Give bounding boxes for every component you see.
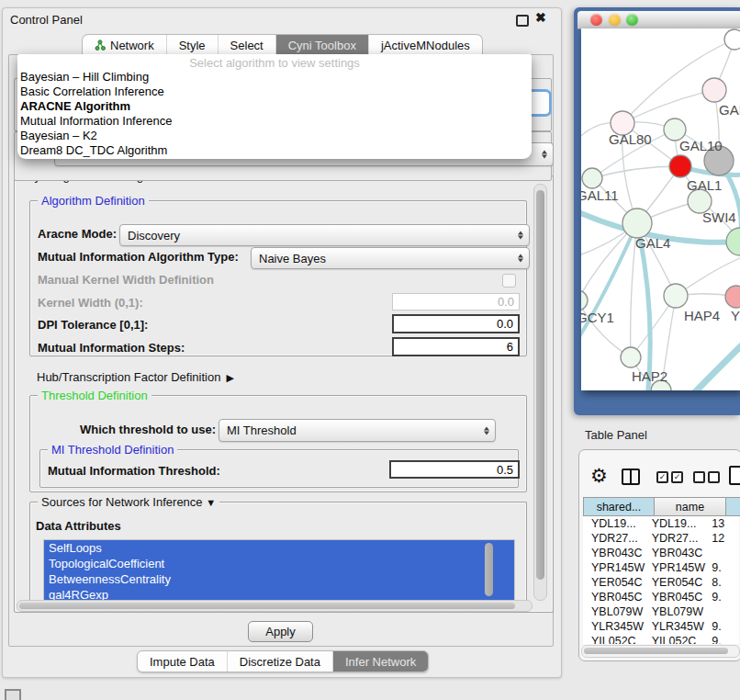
- tab-impute-data[interactable]: Impute Data: [138, 651, 227, 672]
- close-icon[interactable]: ✖: [535, 10, 546, 25]
- bottom-left-partial-icon[interactable]: [5, 689, 21, 700]
- network-node[interactable]: [724, 29, 740, 50]
- scrollbar-thumb[interactable]: [485, 543, 493, 596]
- attributes-list-scrollbar[interactable]: [484, 541, 495, 602]
- document-icon[interactable]: [729, 466, 740, 485]
- aracne-mode-combobox[interactable]: Discovery: [119, 224, 530, 246]
- dpi-tolerance-field[interactable]: [392, 314, 520, 333]
- manual-kernel-checkbox[interactable]: [502, 274, 516, 288]
- hub-definition-label: Hub/Transcription Factor Definition: [37, 370, 220, 384]
- tab-label: jActiveMNodules: [381, 39, 470, 52]
- data-attributes-label: Data Attributes: [36, 519, 121, 534]
- algorithm-popup-item[interactable]: Dream8 DC_TDC Algorithm: [17, 143, 532, 158]
- deselect-all-checkbox-icon[interactable]: [708, 471, 720, 483]
- which-threshold-combobox[interactable]: MI Threshold: [219, 419, 496, 442]
- table-cell: YPR145W: [645, 560, 707, 575]
- table-cell: YDL19...: [583, 516, 645, 531]
- tab-network[interactable]: Network: [83, 35, 166, 55]
- gear-icon[interactable]: ⚙: [590, 466, 608, 486]
- network-node-gal7[interactable]: [702, 78, 726, 102]
- apply-button-label: Apply: [265, 625, 296, 638]
- network-canvas[interactable]: GAL7GAL80GAL10GAL1GAL11SWI4GAL4GCY1HAP4Y…: [581, 28, 740, 390]
- table-cell: [707, 604, 739, 619]
- network-node-hap4[interactable]: [664, 284, 688, 308]
- sources-group-title[interactable]: Sources for Network Inference ▼: [38, 495, 219, 510]
- float-window-icon[interactable]: [516, 15, 529, 27]
- tab-cyni-toolbox[interactable]: Cyni Toolbox: [275, 35, 368, 55]
- algorithm-popup-item[interactable]: Bayesian – Hill Climbing: [17, 70, 532, 85]
- table-row[interactable]: YLR345WYLR345W9.: [583, 619, 739, 634]
- data-attribute-item[interactable]: BetweennessCentrality: [44, 571, 514, 587]
- collapse-down-icon: ▼: [206, 497, 216, 508]
- network-node-label: GAL7: [719, 102, 740, 118]
- column-header-name[interactable]: name: [655, 497, 726, 516]
- settings-horizontal-scrollbar[interactable]: [17, 600, 533, 612]
- table-horizontal-scrollbar[interactable]: [581, 645, 740, 658]
- zoom-traffic-light[interactable]: [626, 14, 638, 26]
- select-all-checkbox-icon[interactable]: ✓: [656, 471, 668, 483]
- algorithm-definition-group: Algorithm Definition Aracne Mode: Discov…: [29, 200, 527, 356]
- algorithm-popup-item[interactable]: Mutual Information Inference: [17, 114, 532, 129]
- tab-style[interactable]: Style: [166, 35, 218, 55]
- algorithm-definition-title: Algorithm Definition: [38, 194, 149, 208]
- screen: Control Panel ✖ Network Style Select: [0, 0, 740, 700]
- kernel-width-label: Kernel Width (0,1):: [38, 296, 143, 310]
- scrollbar-thumb[interactable]: [19, 603, 515, 609]
- table-row[interactable]: YBR043CYBR043C: [583, 546, 739, 560]
- split-columns-icon[interactable]: [622, 469, 640, 485]
- network-node[interactable]: [726, 228, 740, 255]
- hub-definition-expander[interactable]: Hub/Transcription Factor Definition▶: [37, 370, 234, 384]
- table-row[interactable]: YDR27...YDR27...12: [583, 531, 739, 546]
- tab-select[interactable]: Select: [218, 35, 275, 55]
- network-node-gal11[interactable]: [582, 168, 602, 188]
- tab-jactivemnodules[interactable]: jActiveMNodules: [368, 35, 482, 55]
- network-node-hap2[interactable]: [621, 347, 641, 367]
- table-cell: YBR043C: [583, 546, 645, 560]
- network-node-gcy1[interactable]: [581, 290, 588, 310]
- table-row[interactable]: YER054CYER054C8.: [583, 575, 739, 590]
- table-cell: 13: [707, 516, 739, 531]
- mi-threshold-label: Mutual Information Threshold:: [48, 464, 220, 479]
- network-node-y[interactable]: [725, 286, 740, 308]
- table-row[interactable]: YBR045CYBR045C9.: [583, 590, 739, 604]
- tab-infer-network[interactable]: Infer Network: [332, 651, 428, 672]
- algorithm-popup-list: Bayesian – Hill ClimbingBasic Correlatio…: [17, 70, 532, 158]
- close-traffic-light[interactable]: [590, 14, 602, 26]
- mi-threshold-field[interactable]: [389, 460, 520, 479]
- kernel-width-field[interactable]: [392, 293, 520, 310]
- table-cell: YIL052C: [645, 634, 707, 644]
- data-attribute-item[interactable]: SelfLoops: [44, 540, 514, 556]
- apply-button[interactable]: Apply: [248, 621, 313, 642]
- tab-label: Discretize Data: [240, 655, 320, 669]
- table-row[interactable]: YPR145WYPR145W9.: [583, 560, 739, 575]
- scrollbar-thumb[interactable]: [536, 190, 544, 580]
- network-node-gal4[interactable]: [622, 209, 652, 238]
- algorithm-popup-item[interactable]: Bayesian – K2: [17, 129, 532, 143]
- tab-discretize-data[interactable]: Discretize Data: [227, 651, 332, 672]
- mi-type-value: Naive Bayes: [259, 252, 326, 265]
- algorithm-popup-item[interactable]: Basic Correlation Inference: [17, 85, 532, 99]
- mi-type-combobox[interactable]: Naive Bayes: [251, 247, 530, 269]
- table-row[interactable]: YIL052CYIL052C9.: [583, 634, 739, 644]
- column-header-shared-name[interactable]: shared...: [583, 497, 655, 516]
- minimize-traffic-light[interactable]: [609, 14, 621, 26]
- cyni-bottom-tabbar: Impute Data Discretize Data Infer Networ…: [137, 650, 429, 672]
- network-node-label: GAL10: [679, 138, 723, 153]
- table-row[interactable]: YBL079WYBL079W: [583, 604, 739, 619]
- table-cell: YDR27...: [645, 531, 707, 546]
- data-attribute-item[interactable]: TopologicalCoefficient: [44, 556, 514, 571]
- settings-vertical-scrollbar[interactable]: [533, 184, 547, 601]
- mi-steps-field[interactable]: [392, 337, 520, 356]
- table-row[interactable]: YDL19...YDL19...13: [583, 516, 739, 531]
- network-node-gal1[interactable]: [669, 155, 691, 177]
- expand-right-icon: ▶: [226, 372, 233, 383]
- scrollbar-thumb[interactable]: [584, 648, 728, 654]
- select-all-checkbox-icon[interactable]: ✓: [671, 471, 683, 483]
- algorithm-popup-item[interactable]: ARACNE Algorithm: [17, 99, 532, 114]
- deselect-all-checkbox-icon[interactable]: [693, 471, 705, 483]
- cyni-algorithm-settings-group: Cyni Algorithm Settings Algorithm Defini…: [14, 175, 554, 613]
- table-body: YDL19...YDL19...13YDR27...YDR27...12YBR0…: [583, 516, 739, 644]
- network-edge-thick: [690, 330, 740, 390]
- control-panel-tabbar: Network Style Select Cyni Toolbox jActiv…: [82, 34, 483, 55]
- column-header-partial[interactable]: [726, 497, 740, 516]
